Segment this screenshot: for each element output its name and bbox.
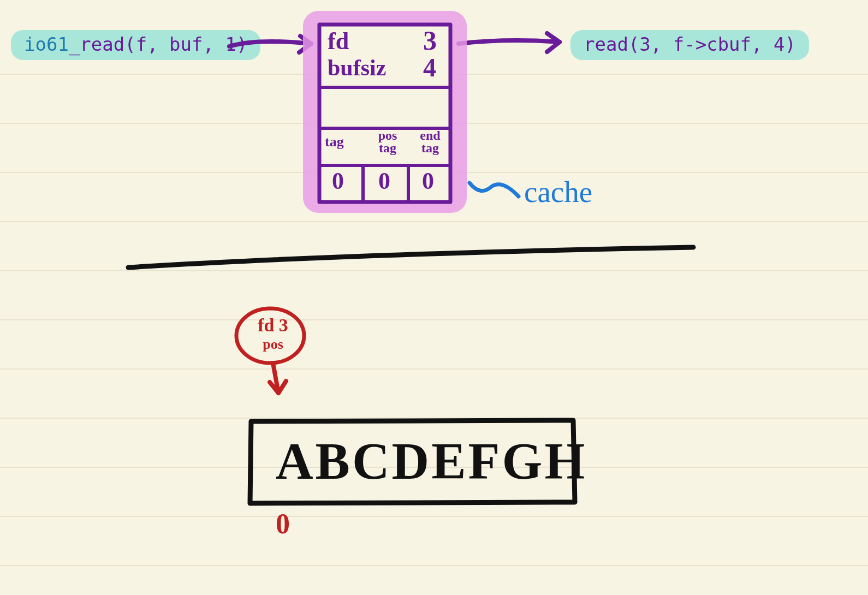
bufsiz-label: bufsiz bbox=[328, 55, 386, 81]
fd-pos-text: fd 3 pos bbox=[248, 317, 298, 352]
call-syscall-read: read(3, f->cbuf, 4) bbox=[570, 30, 809, 60]
fn-rest: _read(f, buf, 1) bbox=[69, 33, 248, 55]
fd-label: fd bbox=[328, 27, 349, 55]
val-tag: 0 bbox=[332, 167, 344, 195]
col2-label: pos tag bbox=[371, 129, 404, 154]
col1-label: tag bbox=[325, 134, 344, 150]
arrow-struct-to-syscall bbox=[453, 25, 573, 63]
offset-zero: 0 bbox=[276, 508, 290, 540]
divider-line bbox=[126, 243, 699, 276]
cache-label: cache bbox=[524, 175, 592, 209]
call-io61-read: io61_read(f, buf, 1) bbox=[11, 30, 260, 60]
fn-name: io61 bbox=[24, 33, 69, 55]
file-contents: ABCDEFGH bbox=[276, 431, 587, 491]
fd-value: 3 bbox=[423, 25, 437, 56]
val-endtag: 0 bbox=[422, 167, 434, 195]
val-postag: 0 bbox=[378, 167, 390, 195]
cache-squiggle bbox=[467, 175, 527, 207]
col3-label: end tag bbox=[414, 129, 447, 154]
bufsiz-value: 4 bbox=[423, 52, 436, 82]
